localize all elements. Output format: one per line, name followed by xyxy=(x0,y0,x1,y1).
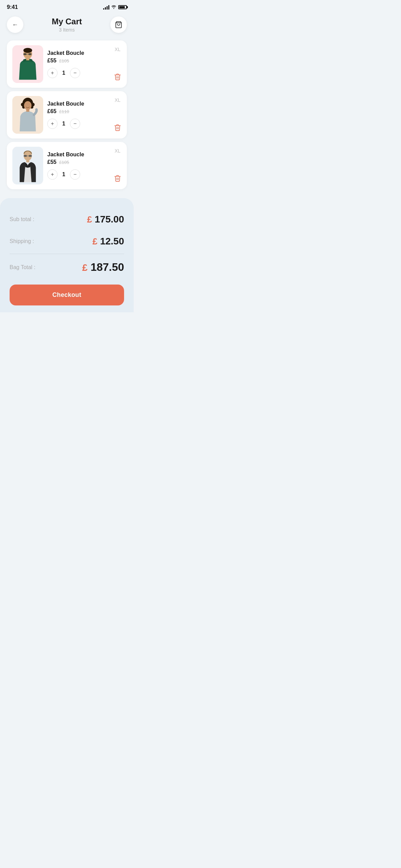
bag-total-amount: 187.50 xyxy=(90,261,124,273)
qty-increase-3[interactable]: + xyxy=(47,169,58,180)
shipping-pound-sign: £ xyxy=(93,236,97,246)
status-bar: 9:41 xyxy=(0,0,134,13)
shipping-row: Shipping : £ 12.50 xyxy=(10,230,124,252)
item-right-2: XL xyxy=(114,96,121,134)
svg-rect-13 xyxy=(26,109,29,112)
item-right-1: XL xyxy=(114,45,121,83)
person-image-2 xyxy=(14,98,41,132)
qty-increase-2[interactable]: + xyxy=(47,119,58,129)
bag-total-value: £ 187.50 xyxy=(82,261,124,274)
back-button[interactable]: ← xyxy=(7,16,23,33)
subtotal-row: Sub total : £ 175.00 xyxy=(10,208,124,230)
checkout-button[interactable]: Checkout xyxy=(10,285,124,305)
item-name-2: Jacket Boucle xyxy=(47,101,110,107)
battery-icon xyxy=(118,5,127,9)
subtotal-value: £ 175.00 xyxy=(87,214,124,225)
svg-rect-2 xyxy=(23,53,26,55)
bag-total-row: Bag Total : £ 187.50 xyxy=(10,255,124,279)
item-price-original-2: £110 xyxy=(59,109,69,114)
subtotal-amount: 175.00 xyxy=(95,214,124,225)
item-image-2 xyxy=(12,96,43,134)
item-price-current-2: £65 xyxy=(47,108,57,114)
qty-value-3: 1 xyxy=(61,171,66,178)
delete-button-3[interactable] xyxy=(114,174,121,183)
signal-icon xyxy=(103,5,109,10)
item-size-3: XL xyxy=(114,148,120,154)
item-prices-1: £55 £105 xyxy=(47,58,110,64)
shopping-bag-icon xyxy=(115,21,122,28)
item-price-original-1: £105 xyxy=(59,58,69,63)
qty-value-1: 1 xyxy=(61,70,66,76)
subtotal-label: Sub total : xyxy=(10,216,34,222)
header-title-block: My Cart 3 Items xyxy=(52,17,82,33)
shipping-amount: 12.50 xyxy=(100,236,124,246)
subtotal-pound-sign: £ xyxy=(87,214,92,225)
cart-items-list: Jacket Boucle £55 £105 + 1 − XL xyxy=(0,35,134,195)
item-size-2: XL xyxy=(114,97,120,103)
item-details-3: Jacket Boucle £55 £105 + 1 − xyxy=(47,152,110,180)
item-price-current-1: £55 xyxy=(47,58,57,64)
back-arrow-icon: ← xyxy=(12,21,18,28)
svg-point-5 xyxy=(23,48,32,53)
qty-control-3: + 1 − xyxy=(47,169,110,180)
qty-control-2: + 1 − xyxy=(47,119,110,129)
bag-total-pound-sign: £ xyxy=(82,262,88,273)
table-row: Jacket Boucle £55 £105 + 1 − XL xyxy=(7,142,127,189)
table-row: Jacket Boucle £55 £105 + 1 − XL xyxy=(7,40,127,88)
shipping-label: Shipping : xyxy=(10,238,34,244)
qty-value-2: 1 xyxy=(61,121,66,127)
qty-decrease-2[interactable]: − xyxy=(70,119,80,129)
item-name-3: Jacket Boucle xyxy=(47,152,110,158)
item-details-2: Jacket Boucle £65 £110 + 1 − xyxy=(47,101,110,129)
item-prices-2: £65 £110 xyxy=(47,108,110,114)
qty-decrease-3[interactable]: − xyxy=(70,169,80,180)
svg-rect-3 xyxy=(28,53,32,55)
summary-divider xyxy=(10,254,124,254)
trash-icon-3 xyxy=(114,174,121,182)
qty-control-1: + 1 − xyxy=(47,68,110,78)
svg-rect-17 xyxy=(29,155,32,157)
item-prices-3: £55 £105 xyxy=(47,159,110,165)
item-image-1 xyxy=(12,45,43,83)
trash-icon-1 xyxy=(114,73,121,81)
page-title: My Cart xyxy=(52,17,82,26)
status-time: 9:41 xyxy=(7,4,18,10)
person-image-1 xyxy=(14,47,41,81)
table-row: Jacket Boucle £65 £110 + 1 − XL xyxy=(7,91,127,138)
shipping-value: £ 12.50 xyxy=(93,236,124,247)
item-image-3 xyxy=(12,147,43,184)
bag-total-label: Bag Total : xyxy=(10,264,35,270)
svg-rect-19 xyxy=(26,160,29,162)
delete-button-2[interactable] xyxy=(114,124,121,132)
cart-button[interactable] xyxy=(110,16,127,33)
item-right-3: XL xyxy=(114,147,121,184)
status-icons xyxy=(103,4,127,10)
header: ← My Cart 3 Items xyxy=(0,13,134,35)
item-count: 3 Items xyxy=(52,27,82,33)
person-image-3 xyxy=(14,148,41,183)
svg-point-12 xyxy=(24,101,32,110)
item-size-1: XL xyxy=(114,47,120,52)
item-price-original-3: £105 xyxy=(59,160,69,165)
wifi-icon xyxy=(111,4,117,10)
delete-button-1[interactable] xyxy=(114,73,121,82)
item-details-1: Jacket Boucle £55 £105 + 1 − xyxy=(47,50,110,78)
svg-rect-16 xyxy=(24,155,27,157)
trash-icon-2 xyxy=(114,124,121,131)
qty-increase-1[interactable]: + xyxy=(47,68,58,78)
item-price-current-3: £55 xyxy=(47,159,57,165)
summary-section: Sub total : £ 175.00 Shipping : £ 12.50 … xyxy=(0,198,134,312)
qty-decrease-1[interactable]: − xyxy=(70,68,80,78)
svg-rect-6 xyxy=(26,58,29,60)
item-name-1: Jacket Boucle xyxy=(47,50,110,56)
